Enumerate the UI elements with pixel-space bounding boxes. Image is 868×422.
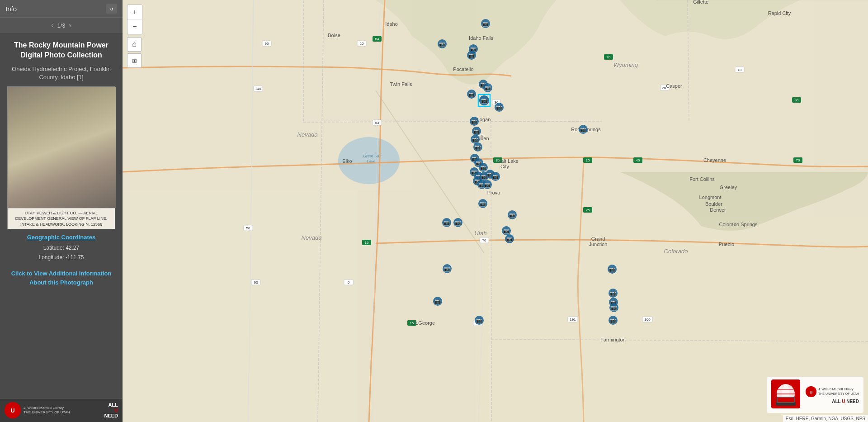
svg-text:📷: 📷 xyxy=(485,85,491,91)
marker-m32[interactable]: 📷 xyxy=(579,125,588,134)
svg-text:U: U xyxy=(810,390,813,394)
bottom-marriott-logo: U J. Willard Marriott Library THE UNIVER… xyxy=(806,386,859,404)
svg-text:📷: 📷 xyxy=(610,290,616,296)
marker-m31[interactable]: 📷 xyxy=(443,264,452,273)
page-count: 1/3 xyxy=(57,22,65,29)
marker-m27[interactable]: 📷 xyxy=(442,218,451,227)
marker-m39[interactable]: 📷 xyxy=(475,316,484,325)
marker-m6[interactable]: 📷 xyxy=(483,83,492,92)
prev-page-button[interactable]: ‹ xyxy=(49,20,55,30)
layers-button[interactable]: ⊞ xyxy=(127,53,142,68)
marker-m21[interactable]: 📷 xyxy=(491,172,500,181)
svg-text:6: 6 xyxy=(348,280,350,284)
marriott-logo-row: U J. Willard Marriott Library THE UNIVER… xyxy=(806,386,859,397)
marker-m34[interactable]: 📷 xyxy=(609,289,618,298)
svg-text:📷: 📷 xyxy=(482,20,489,27)
svg-text:St.George: St.George xyxy=(412,320,435,326)
marriott-library-label-sm: J. Willard Marriott Library THE UNIVERSI… xyxy=(818,387,859,395)
svg-text:84: 84 xyxy=(375,37,379,41)
marker-m12[interactable]: 📷 xyxy=(471,135,480,144)
photo-caption: UTAH POWER & LIGHT CO. — AERIAL DEVELOPM… xyxy=(8,208,115,229)
globe-logo-container xyxy=(771,379,800,410)
marriott-library-text: J. Willard Marriott Library THE UNIVERSI… xyxy=(24,406,70,415)
svg-text:Pocatello: Pocatello xyxy=(453,66,473,72)
marker-m38[interactable]: 📷 xyxy=(433,297,442,306)
svg-text:Elko: Elko xyxy=(342,158,352,164)
svg-text:Colorado Springs: Colorado Springs xyxy=(719,222,758,227)
svg-text:Gillette: Gillette xyxy=(693,0,708,5)
layers-icon: ⊞ xyxy=(132,57,137,64)
marker-m13[interactable]: 📷 xyxy=(473,142,482,152)
marker-m9[interactable]: 📷 xyxy=(495,103,504,112)
svg-text:Idaho: Idaho xyxy=(385,21,398,27)
svg-text:Fort Collins: Fort Collins xyxy=(689,176,715,182)
collection-title: The Rocky Mountain Power Digital Photo C… xyxy=(0,33,123,63)
svg-text:70: 70 xyxy=(796,158,800,162)
view-more-link[interactable]: Click to View Additional Information Abo… xyxy=(0,266,123,290)
marker-m11[interactable]: 📷 xyxy=(472,127,481,136)
marker-m28[interactable]: 📷 xyxy=(453,218,462,227)
zoom-in-button[interactable]: + xyxy=(127,5,142,19)
pagination-nav: ‹ 1/3 › xyxy=(0,18,123,33)
svg-text:Longmont: Longmont xyxy=(699,194,722,200)
sidebar-footer: U J. Willard Marriott Library THE UNIVER… xyxy=(0,398,123,422)
svg-text:📷: 📷 xyxy=(471,118,477,124)
svg-text:📷: 📷 xyxy=(475,144,481,150)
svg-text:160: 160 xyxy=(644,318,651,322)
svg-text:40: 40 xyxy=(636,158,640,162)
marker-m26[interactable]: 📷 xyxy=(508,210,517,219)
svg-text:Boulder: Boulder xyxy=(705,201,722,207)
marker-m2[interactable]: 📷 xyxy=(438,39,447,48)
photo-image[interactable] xyxy=(8,87,116,208)
bottom-right-logos: U J. Willard Marriott Library THE UNIVER… xyxy=(767,377,863,413)
marker-m24[interactable]: 📷 xyxy=(483,180,492,189)
svg-text:📷: 📷 xyxy=(496,104,502,110)
all-u-need-sm: ALL U NEED xyxy=(832,399,859,404)
marker-m37[interactable]: 📷 xyxy=(609,316,618,325)
svg-rect-9 xyxy=(123,190,358,422)
svg-text:📷: 📷 xyxy=(610,317,616,323)
svg-text:Provo: Provo xyxy=(487,190,500,195)
svg-text:Wyoming: Wyoming xyxy=(613,62,638,68)
svg-text:📷: 📷 xyxy=(611,304,617,311)
svg-text:📷: 📷 xyxy=(484,181,491,188)
svg-text:Cheyenne: Cheyenne xyxy=(703,157,726,163)
uu-logo-svg: U xyxy=(5,402,21,418)
sidebar-header: Info « xyxy=(0,0,123,18)
marker-m4[interactable]: 📷 xyxy=(467,51,476,60)
marker-m1[interactable]: 📷 xyxy=(481,19,490,28)
map-toolbar: + − ⌂ ⊞ xyxy=(127,5,142,68)
marker-m33[interactable]: 📷 xyxy=(608,265,617,274)
svg-text:15: 15 xyxy=(365,241,369,245)
marker-m29[interactable]: 📷 xyxy=(502,226,511,235)
zoom-out-button[interactable]: − xyxy=(127,19,142,34)
map-container: Great Salt Lake xyxy=(123,0,868,422)
svg-marker-2 xyxy=(42,161,78,168)
marker-m25[interactable]: 📷 xyxy=(478,199,487,208)
svg-text:Junction: Junction xyxy=(589,242,608,247)
globe-logo xyxy=(771,379,800,408)
marker-m10[interactable]: 📷 xyxy=(470,117,479,126)
svg-text:Nevada: Nevada xyxy=(302,234,322,241)
svg-text:📷: 📷 xyxy=(492,173,499,180)
svg-text:93: 93 xyxy=(254,280,258,284)
next-page-button[interactable]: › xyxy=(67,20,73,30)
map-svg: Great Salt Lake xyxy=(123,0,868,422)
home-icon: ⌂ xyxy=(132,40,137,48)
marker-m7[interactable]: 📷 xyxy=(467,90,476,99)
home-button[interactable]: ⌂ xyxy=(127,37,142,52)
svg-text:Salt Lake: Salt Lake xyxy=(498,158,519,164)
geographic-coordinates-link[interactable]: Geographic Coordinates xyxy=(0,229,123,242)
svg-text:City: City xyxy=(500,164,509,169)
sidebar: Info « ‹ 1/3 › The Rocky Mountain Power … xyxy=(0,0,123,422)
marker-m36[interactable]: 📷 xyxy=(609,303,618,312)
svg-text:Grand: Grand xyxy=(591,236,605,242)
marker-m30[interactable]: 📷 xyxy=(505,234,514,243)
svg-text:Great Salt: Great Salt xyxy=(363,154,382,158)
svg-text:Rapid City: Rapid City xyxy=(768,10,791,16)
marker-m16[interactable]: 📷 xyxy=(479,163,488,172)
svg-text:📷: 📷 xyxy=(580,126,586,133)
svg-text:📷: 📷 xyxy=(472,136,478,142)
collapse-sidebar-button[interactable]: « xyxy=(106,4,117,14)
item-subtitle: Oneida Hydroelectric Project, Franklin C… xyxy=(0,63,123,86)
